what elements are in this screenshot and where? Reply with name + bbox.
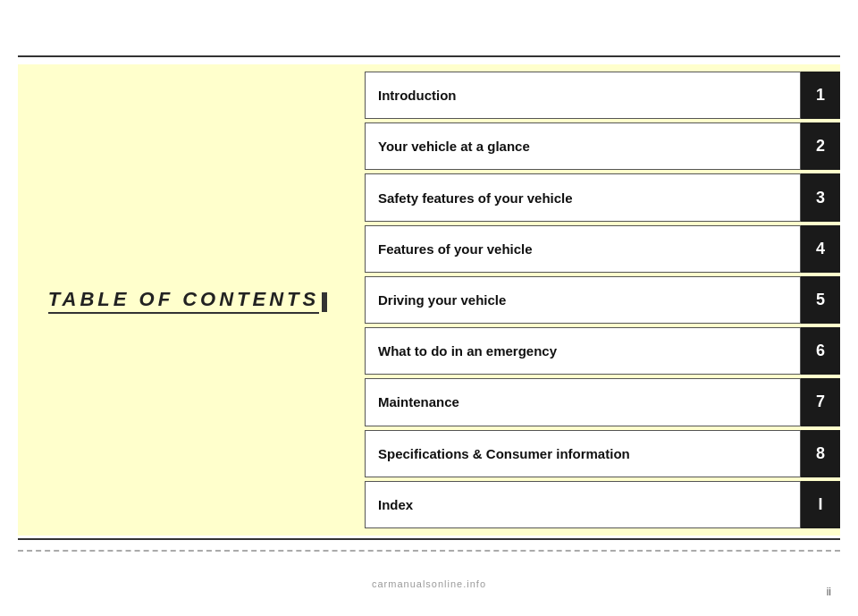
- toc-item-number-4[interactable]: 4: [801, 225, 840, 273]
- main-container: TABLE OF CONTENTS Introduction1Your vehi…: [18, 64, 840, 536]
- toc-item-label-3[interactable]: Safety features of your vehicle: [365, 173, 801, 221]
- table-row[interactable]: Your vehicle at a glance2: [365, 122, 840, 170]
- bottom-dashed-divider: [18, 550, 840, 552]
- toc-list: Introduction1Your vehicle at a glance2Sa…: [358, 64, 840, 536]
- toc-item-label-8[interactable]: Specifications & Consumer information: [365, 430, 801, 477]
- table-row[interactable]: IndexI: [365, 481, 840, 528]
- toc-item-label-5[interactable]: Driving your vehicle: [365, 276, 801, 324]
- toc-item-number-1[interactable]: 1: [801, 72, 840, 119]
- top-divider: [18, 55, 840, 57]
- left-panel: TABLE OF CONTENTS: [18, 64, 358, 536]
- toc-item-label-2[interactable]: Your vehicle at a glance: [365, 122, 801, 170]
- toc-title-container: TABLE OF CONTENTS: [48, 288, 327, 312]
- toc-title: TABLE OF CONTENTS: [48, 288, 319, 314]
- toc-item-number-2[interactable]: 2: [801, 122, 840, 170]
- toc-item-label-6[interactable]: What to do in an emergency: [365, 327, 801, 375]
- toc-item-label-4[interactable]: Features of your vehicle: [365, 225, 801, 273]
- toc-item-number-8[interactable]: 8: [801, 430, 840, 477]
- page-number: ii: [827, 586, 831, 598]
- toc-item-number-9[interactable]: I: [801, 481, 840, 528]
- toc-item-label-7[interactable]: Maintenance: [365, 378, 801, 426]
- table-row[interactable]: Features of your vehicle4: [365, 225, 840, 273]
- table-row[interactable]: Maintenance7: [365, 378, 840, 426]
- toc-item-number-5[interactable]: 5: [801, 276, 840, 324]
- bottom-divider: [18, 538, 840, 540]
- toc-item-label-9[interactable]: Index: [365, 481, 801, 528]
- toc-item-number-6[interactable]: 6: [801, 327, 840, 375]
- toc-item-label-1[interactable]: Introduction: [365, 72, 801, 119]
- table-row[interactable]: Introduction1: [365, 72, 840, 119]
- table-row[interactable]: What to do in an emergency6: [365, 327, 840, 375]
- cursor-icon: [322, 292, 327, 312]
- watermark-text: carmanualsonline.info: [372, 578, 486, 589]
- table-row[interactable]: Driving your vehicle5: [365, 276, 840, 324]
- toc-item-number-7[interactable]: 7: [801, 378, 840, 426]
- table-row[interactable]: Specifications & Consumer information8: [365, 430, 840, 477]
- table-row[interactable]: Safety features of your vehicle3: [365, 173, 840, 221]
- toc-item-number-3[interactable]: 3: [801, 173, 840, 221]
